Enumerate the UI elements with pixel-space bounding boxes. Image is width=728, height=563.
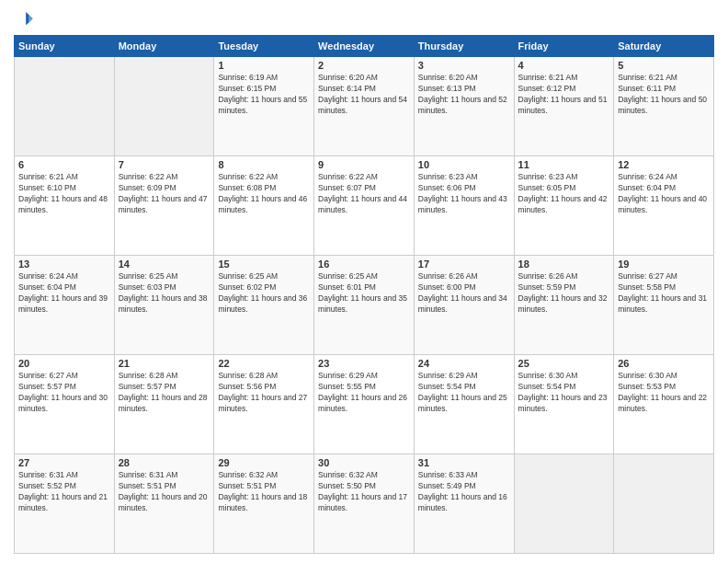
calendar-week-row: 1Sunrise: 6:19 AM Sunset: 6:15 PM Daylig…	[15, 57, 714, 156]
calendar-cell: 22Sunrise: 6:28 AM Sunset: 5:56 PM Dayli…	[214, 355, 314, 454]
day-number: 11	[518, 159, 610, 170]
calendar-cell: 20Sunrise: 6:27 AM Sunset: 5:57 PM Dayli…	[15, 355, 115, 454]
day-number: 10	[418, 159, 510, 170]
day-number: 5	[618, 60, 710, 71]
calendar-cell: 26Sunrise: 6:30 AM Sunset: 5:53 PM Dayli…	[614, 355, 714, 454]
calendar-cell: 6Sunrise: 6:21 AM Sunset: 6:10 PM Daylig…	[15, 156, 115, 256]
calendar-cell: 12Sunrise: 6:24 AM Sunset: 6:04 PM Dayli…	[614, 156, 714, 256]
calendar-cell: 17Sunrise: 6:26 AM Sunset: 6:00 PM Dayli…	[414, 256, 514, 355]
day-number: 13	[18, 259, 110, 270]
day-number: 18	[518, 259, 610, 270]
calendar-cell: 27Sunrise: 6:31 AM Sunset: 5:52 PM Dayli…	[15, 454, 115, 554]
logo	[14, 9, 36, 29]
calendar-cell: 8Sunrise: 6:22 AM Sunset: 6:08 PM Daylig…	[214, 156, 314, 256]
calendar-day-header: Tuesday	[214, 36, 314, 57]
calendar-cell: 30Sunrise: 6:32 AM Sunset: 5:50 PM Dayli…	[314, 454, 415, 554]
day-number: 8	[218, 159, 310, 170]
day-info: Sunrise: 6:21 AM Sunset: 6:10 PM Dayligh…	[18, 172, 110, 216]
day-info: Sunrise: 6:22 AM Sunset: 6:09 PM Dayligh…	[119, 172, 210, 216]
header	[14, 9, 714, 29]
day-number: 25	[518, 358, 610, 369]
day-info: Sunrise: 6:30 AM Sunset: 5:53 PM Dayligh…	[618, 371, 710, 415]
calendar-cell	[15, 57, 115, 156]
day-info: Sunrise: 6:26 AM Sunset: 6:00 PM Dayligh…	[418, 271, 510, 316]
calendar-day-header: Sunday	[15, 36, 115, 57]
calendar-cell: 15Sunrise: 6:25 AM Sunset: 6:02 PM Dayli…	[214, 256, 314, 355]
calendar-week-row: 6Sunrise: 6:21 AM Sunset: 6:10 PM Daylig…	[15, 156, 714, 256]
day-info: Sunrise: 6:31 AM Sunset: 5:52 PM Dayligh…	[18, 470, 110, 514]
day-info: Sunrise: 6:23 AM Sunset: 6:06 PM Dayligh…	[418, 172, 510, 216]
calendar-cell: 23Sunrise: 6:29 AM Sunset: 5:55 PM Dayli…	[314, 355, 415, 454]
day-number: 9	[318, 159, 410, 170]
calendar-day-header: Monday	[114, 36, 214, 57]
day-info: Sunrise: 6:22 AM Sunset: 6:07 PM Dayligh…	[318, 172, 410, 216]
day-number: 12	[618, 159, 710, 170]
logo-icon	[14, 9, 34, 29]
calendar-table: SundayMondayTuesdayWednesdayThursdayFrid…	[14, 35, 714, 554]
calendar-cell: 1Sunrise: 6:19 AM Sunset: 6:15 PM Daylig…	[214, 57, 314, 156]
calendar-day-header: Thursday	[414, 36, 514, 57]
calendar-cell: 14Sunrise: 6:25 AM Sunset: 6:03 PM Dayli…	[114, 256, 214, 355]
calendar-cell: 4Sunrise: 6:21 AM Sunset: 6:12 PM Daylig…	[514, 57, 614, 156]
calendar-cell: 18Sunrise: 6:26 AM Sunset: 5:59 PM Dayli…	[514, 256, 614, 355]
day-number: 30	[318, 457, 410, 468]
svg-marker-1	[28, 15, 32, 23]
calendar-cell: 28Sunrise: 6:31 AM Sunset: 5:51 PM Dayli…	[114, 454, 214, 554]
calendar-cell: 9Sunrise: 6:22 AM Sunset: 6:07 PM Daylig…	[314, 156, 415, 256]
calendar-cell: 25Sunrise: 6:30 AM Sunset: 5:54 PM Dayli…	[514, 355, 614, 454]
day-info: Sunrise: 6:20 AM Sunset: 6:14 PM Dayligh…	[318, 73, 410, 117]
calendar-cell: 21Sunrise: 6:28 AM Sunset: 5:57 PM Dayli…	[114, 355, 214, 454]
day-info: Sunrise: 6:27 AM Sunset: 5:57 PM Dayligh…	[18, 371, 110, 415]
day-info: Sunrise: 6:21 AM Sunset: 6:12 PM Dayligh…	[518, 73, 610, 117]
calendar-cell: 5Sunrise: 6:21 AM Sunset: 6:11 PM Daylig…	[614, 57, 714, 156]
calendar-cell: 3Sunrise: 6:20 AM Sunset: 6:13 PM Daylig…	[414, 57, 514, 156]
day-number: 20	[18, 358, 110, 369]
day-number: 2	[318, 60, 410, 71]
day-info: Sunrise: 6:32 AM Sunset: 5:51 PM Dayligh…	[218, 470, 310, 514]
calendar-cell: 19Sunrise: 6:27 AM Sunset: 5:58 PM Dayli…	[614, 256, 714, 355]
day-info: Sunrise: 6:22 AM Sunset: 6:08 PM Dayligh…	[218, 172, 310, 216]
calendar-cell: 7Sunrise: 6:22 AM Sunset: 6:09 PM Daylig…	[114, 156, 214, 256]
day-number: 4	[518, 60, 610, 71]
calendar-week-row: 20Sunrise: 6:27 AM Sunset: 5:57 PM Dayli…	[15, 355, 714, 454]
day-info: Sunrise: 6:25 AM Sunset: 6:02 PM Dayligh…	[218, 271, 310, 316]
day-info: Sunrise: 6:21 AM Sunset: 6:11 PM Dayligh…	[618, 73, 710, 117]
day-info: Sunrise: 6:32 AM Sunset: 5:50 PM Dayligh…	[318, 470, 410, 514]
day-info: Sunrise: 6:28 AM Sunset: 5:57 PM Dayligh…	[119, 371, 210, 415]
day-number: 28	[119, 457, 210, 468]
day-number: 29	[218, 457, 310, 468]
day-number: 15	[218, 259, 310, 270]
calendar-day-header: Friday	[514, 36, 614, 57]
calendar-cell: 31Sunrise: 6:33 AM Sunset: 5:49 PM Dayli…	[414, 454, 514, 554]
calendar-day-header: Wednesday	[314, 36, 415, 57]
calendar-cell: 16Sunrise: 6:25 AM Sunset: 6:01 PM Dayli…	[314, 256, 415, 355]
calendar-week-row: 13Sunrise: 6:24 AM Sunset: 6:04 PM Dayli…	[15, 256, 714, 355]
calendar-cell: 11Sunrise: 6:23 AM Sunset: 6:05 PM Dayli…	[514, 156, 614, 256]
page: SundayMondayTuesdayWednesdayThursdayFrid…	[0, 0, 728, 563]
day-info: Sunrise: 6:23 AM Sunset: 6:05 PM Dayligh…	[518, 172, 610, 216]
day-info: Sunrise: 6:20 AM Sunset: 6:13 PM Dayligh…	[418, 73, 510, 117]
day-number: 17	[418, 259, 510, 270]
calendar-cell: 24Sunrise: 6:29 AM Sunset: 5:54 PM Dayli…	[414, 355, 514, 454]
day-number: 27	[18, 457, 110, 468]
day-number: 6	[18, 159, 110, 170]
day-info: Sunrise: 6:24 AM Sunset: 6:04 PM Dayligh…	[18, 271, 110, 316]
day-number: 21	[119, 358, 210, 369]
day-info: Sunrise: 6:27 AM Sunset: 5:58 PM Dayligh…	[618, 271, 710, 316]
calendar-cell	[514, 454, 614, 554]
day-info: Sunrise: 6:24 AM Sunset: 6:04 PM Dayligh…	[618, 172, 710, 216]
day-number: 24	[418, 358, 510, 369]
calendar-cell: 10Sunrise: 6:23 AM Sunset: 6:06 PM Dayli…	[414, 156, 514, 256]
day-info: Sunrise: 6:25 AM Sunset: 6:03 PM Dayligh…	[119, 271, 210, 316]
day-info: Sunrise: 6:28 AM Sunset: 5:56 PM Dayligh…	[218, 371, 310, 415]
day-number: 7	[119, 159, 210, 170]
calendar-cell	[114, 57, 214, 156]
calendar-day-header: Saturday	[614, 36, 714, 57]
calendar-cell: 2Sunrise: 6:20 AM Sunset: 6:14 PM Daylig…	[314, 57, 415, 156]
day-number: 16	[318, 259, 410, 270]
day-info: Sunrise: 6:29 AM Sunset: 5:55 PM Dayligh…	[318, 371, 410, 415]
day-info: Sunrise: 6:29 AM Sunset: 5:54 PM Dayligh…	[418, 371, 510, 415]
day-info: Sunrise: 6:26 AM Sunset: 5:59 PM Dayligh…	[518, 271, 610, 316]
day-number: 19	[618, 259, 710, 270]
calendar-week-row: 27Sunrise: 6:31 AM Sunset: 5:52 PM Dayli…	[15, 454, 714, 554]
